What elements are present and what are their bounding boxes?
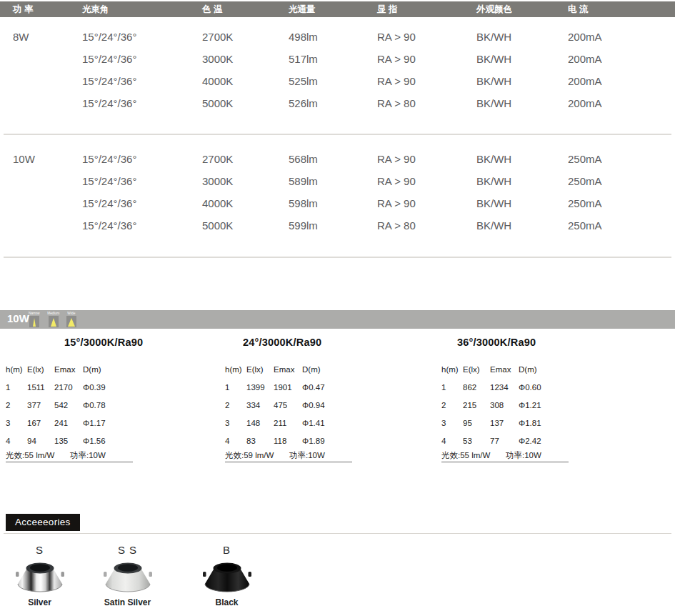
spec-cell-cct: 3000K [202, 53, 289, 65]
photometric-table-title: 24°/3000K/Ra90 [243, 337, 321, 348]
beam-triangle [51, 318, 56, 327]
photometric-header-cell: D(m) [519, 365, 569, 374]
accessory-name: Black [193, 597, 261, 607]
photometric-cell: 95 [463, 419, 490, 427]
divider-line [4, 533, 671, 534]
photometric-header-row: h(m)E(lx)EmaxD(m) [441, 360, 569, 378]
photometric-cell: Φ1.41 [302, 419, 352, 427]
spec-cell-color: BK/WH [476, 75, 568, 87]
power-label: 功率:10W [289, 450, 325, 461]
photometric-row: 18621234Φ0.60 [441, 378, 569, 396]
photometric-cell: Φ0.47 [302, 383, 352, 392]
spec-cell-cri: RA > 80 [377, 97, 476, 109]
photometric-cell: Φ0.39 [83, 383, 133, 392]
photometric-cell: 862 [463, 383, 490, 392]
spec-table-row: 15°/24°/36°5000K599lmRA > 80BK/WH250mA [0, 214, 675, 237]
photometric-cell: 334 [246, 401, 274, 409]
spec-cell-current: 250mA [568, 219, 675, 232]
photometric-table: h(m)E(lx)EmaxD(m)18621234Φ0.602215308Φ1.… [441, 360, 569, 462]
photometric-table: h(m)E(lx)EmaxD(m)115112170Φ0.392377542Φ0… [6, 360, 133, 462]
photometric-row: 45377Φ2.42 [441, 432, 569, 449]
spec-cell-beam: 15°/24°/36° [82, 53, 202, 65]
spec-cell-color: BK/WH [476, 175, 568, 187]
efficacy-label: 光效:55 lm/W [6, 450, 54, 461]
spec-table-row: 15°/24°/36°4000K525lmRA > 90BK/WH200mA [0, 70, 675, 92]
photometric-row: 2334475Φ0.94 [225, 396, 352, 414]
spec-cell-flux: 589lm [289, 175, 377, 187]
photometric-footer: 光效:59 lm/W功率:10W [225, 449, 352, 462]
photometric-cell: 1399 [246, 383, 274, 392]
spec-cell-current: 250mA [568, 175, 675, 187]
photometric-row: 483118Φ1.89 [225, 432, 352, 449]
photometric-row: 494135Φ1.56 [6, 432, 133, 449]
photometric-cell: Φ0.60 [519, 383, 569, 392]
photometric-row: 2215308Φ1.21 [441, 396, 569, 414]
photometric-cell: 1 [441, 383, 463, 392]
spec-cell-cri: RA > 90 [377, 53, 476, 65]
spec-cell-cct: 2700K [202, 153, 289, 165]
beam-label: Medium [47, 312, 59, 316]
photometric-row: 115112170Φ0.39 [6, 378, 133, 396]
spec-cell-color: BK/WH [476, 31, 568, 43]
spec-cell-cri: RA > 90 [377, 75, 476, 87]
photometric-cell: 137 [490, 419, 519, 427]
photometric-cell: 308 [490, 401, 519, 409]
spec-cell-flux: 517lm [289, 53, 377, 65]
photometric-cell: 211 [274, 419, 302, 427]
spec-cell-beam: 15°/24°/36° [82, 219, 202, 232]
photometric-cell: 4 [441, 437, 463, 445]
beam-icon-group: Narrow [27, 311, 41, 327]
spec-table-row: 15°/24°/36°4000K598lmRA > 90BK/WH250mA [0, 192, 675, 214]
photometric-header-cell: Emax [274, 365, 302, 374]
spec-group: 10W15°/24°/36°2700K568lmRA > 90BK/WH250m… [0, 148, 675, 237]
photometric-cell: 3 [225, 419, 246, 427]
reflector-ring-satin-silver-image [94, 558, 161, 597]
spec-cell-cct: 4000K [202, 75, 289, 87]
photometric-power-bar: 10W NarrowMediumWide [0, 310, 675, 329]
photometric-cell: 167 [27, 419, 54, 427]
photometric-row: 395137Φ1.81 [441, 414, 569, 432]
photometric-header-cell: D(m) [302, 365, 352, 374]
accessories-title: Acceeeories [15, 517, 71, 527]
spec-cell-cct: 5000K [202, 219, 289, 232]
spec-cell-flux: 498lm [289, 31, 377, 43]
photometric-cell: 3 [441, 419, 463, 427]
power-label: 功率:10W [506, 450, 541, 461]
photometric-cell: 241 [54, 419, 83, 427]
spec-cell-beam: 15°/24°/36° [82, 31, 202, 43]
reflector-ring-black-image [193, 558, 261, 597]
spec-cell-cri: RA > 90 [377, 31, 476, 43]
photometric-cell: 215 [463, 401, 490, 409]
photometric-cell: 542 [54, 401, 83, 409]
spec-cell-color: BK/WH [476, 97, 568, 109]
photometric-cell: 1 [6, 383, 27, 392]
spec-cell-cct: 4000K [202, 197, 289, 209]
spec-group: 8W15°/24°/36°2700K498lmRA > 90BK/WH200mA… [0, 26, 675, 114]
spec-header-cell: 功 率 [13, 4, 82, 16]
photometric-header-cell: E(lx) [463, 365, 490, 374]
spec-cell-beam: 15°/24°/36° [82, 197, 202, 209]
power-label: 功率:10W [70, 450, 106, 461]
spec-header-cell: 外观颜色 [476, 4, 568, 16]
photometric-cell: 83 [246, 437, 274, 445]
photometric-cell: Φ1.81 [519, 419, 569, 427]
photometric-cell: Φ1.56 [83, 437, 133, 445]
photometric-cell: Φ0.94 [302, 401, 352, 409]
spec-cell-current: 200mA [568, 31, 675, 43]
spec-cell-cct: 5000K [202, 97, 289, 109]
photometric-row: 3167241Φ1.17 [6, 414, 133, 432]
spec-cell-beam: 15°/24°/36° [82, 153, 202, 165]
spec-cell-flux: 525lm [289, 75, 377, 87]
spec-header-cell: 色 温 [202, 4, 289, 16]
spec-cell-flux: 598lm [289, 197, 377, 209]
photometric-table-title: 36°/3000K/Ra90 [457, 337, 536, 348]
photometric-row: 113991901Φ0.47 [225, 378, 352, 396]
accessory-code: B [193, 544, 261, 557]
spec-cell-current: 200mA [568, 75, 675, 87]
spec-cell-color: BK/WH [476, 153, 568, 165]
spec-cell-flux: 568lm [289, 153, 377, 165]
wide-beam-icon [66, 316, 76, 327]
photometric-cell: Φ1.89 [302, 437, 352, 445]
photometric-cell: Φ0.78 [83, 401, 133, 409]
beam-icon-group: Wide [66, 311, 76, 327]
